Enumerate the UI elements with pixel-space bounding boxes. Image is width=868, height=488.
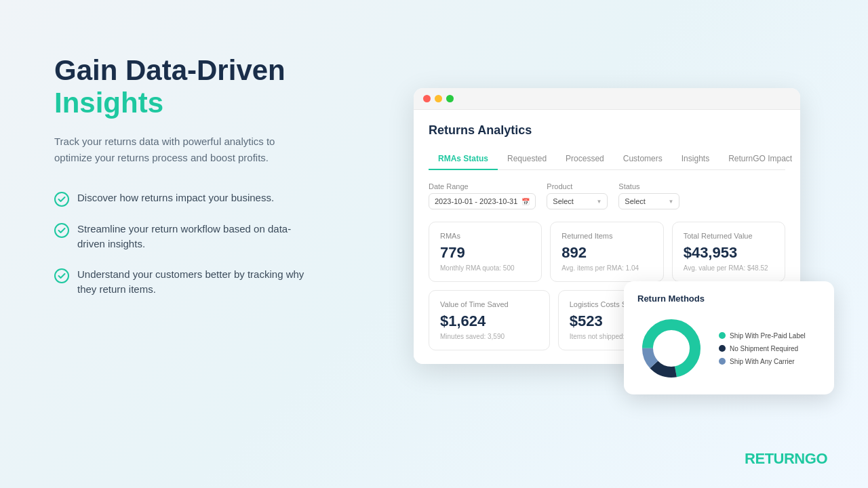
date-range-value: 2023-10-01 - 2023-10-31 (435, 197, 517, 205)
check-icon-3 (54, 268, 69, 283)
donut-legend: Ship With Pre-Paid Label No Shipment Req… (719, 332, 806, 365)
feature-list: Discover how returns impact your busines… (54, 190, 380, 298)
legend-item-no-shipment: No Shipment Required (719, 345, 806, 352)
main-headline: Gain Data-Driven Insights (54, 54, 380, 120)
status-label: Status (618, 182, 679, 190)
metric-rmas-sub: Monthly RMA quota: 500 (440, 264, 530, 272)
metric-rmas-value: 779 (440, 244, 530, 262)
legend-label-any-carrier: Ship With Any Carrier (730, 358, 795, 365)
metric-total-value-num: $43,953 (684, 244, 774, 262)
legend-item-prepaid: Ship With Pre-Paid Label (719, 332, 806, 340)
status-group: Status Select ▼ (618, 182, 679, 209)
calendar-icon: 📅 (521, 198, 530, 205)
filters-row: Date Range 2023-10-01 - 2023-10-31 📅 Pro… (429, 182, 785, 209)
product-label: Product (547, 182, 608, 190)
feature-text-1: Discover how returns impact your busines… (77, 190, 274, 206)
metric-total-sub: Avg. value per RMA: $48.52 (684, 264, 774, 272)
metric-time-saved: Value of Time Saved $1,624 Minutes saved… (429, 290, 550, 350)
tabs-bar: RMAs Status Requested Processed Customer… (429, 148, 785, 170)
legend-dot-any-carrier (719, 358, 726, 365)
tab-requested[interactable]: Requested (498, 148, 556, 170)
metric-rmas-label: RMAs (440, 232, 530, 240)
tab-customers[interactable]: Customers (614, 148, 672, 170)
svg-point-1 (55, 224, 68, 237)
svg-point-7 (655, 332, 688, 365)
svg-point-0 (55, 192, 68, 206)
product-select[interactable]: Select ▼ (547, 193, 608, 209)
browser-titlebar (414, 88, 800, 110)
metric-time-label: Value of Time Saved (440, 300, 538, 308)
metrics-row-1: RMAs 779 Monthly RMA quota: 500 Returned… (429, 222, 785, 282)
feature-item-3: Understand your customers better by trac… (54, 267, 380, 298)
metric-rmas: RMAs 779 Monthly RMA quota: 500 (429, 222, 542, 282)
feature-item-2: Streamline your return workflow based on… (54, 222, 380, 252)
legend-item-any-carrier: Ship With Any Carrier (719, 358, 806, 365)
metric-total-value: Total Returned Value $43,953 Avg. value … (672, 222, 785, 282)
analytics-title: Returns Analytics (429, 123, 785, 138)
logo-text-accent: GO (805, 450, 827, 467)
date-range-group: Date Range 2023-10-01 - 2023-10-31 📅 (429, 182, 536, 209)
date-range-input[interactable]: 2023-10-01 - 2023-10-31 📅 (429, 193, 536, 209)
return-methods-title: Return Methods (637, 293, 821, 304)
check-icon-1 (54, 192, 69, 207)
feature-item-1: Discover how returns impact your busines… (54, 190, 380, 207)
return-methods-card: Return Methods Ship With Pre-Paid Label (624, 281, 834, 394)
headline-line2: Insights (54, 87, 163, 119)
metric-time-value: $1,624 (440, 312, 538, 330)
headline-line1: Gain Data-Driven (54, 54, 285, 86)
feature-text-3: Understand your customers better by trac… (77, 267, 308, 298)
tab-rmas-status[interactable]: RMAs Status (429, 148, 498, 170)
legend-dot-no-shipment (719, 345, 726, 352)
metric-returned-sub: Avg. items per RMA: 1.04 (561, 264, 652, 272)
status-placeholder: Select (625, 197, 646, 205)
tab-insights[interactable]: Insights (672, 148, 719, 170)
product-chevron-icon: ▼ (596, 199, 601, 205)
donut-chart (637, 314, 705, 382)
left-panel: Gain Data-Driven Insights Track your ret… (54, 54, 380, 298)
check-icon-2 (54, 223, 69, 238)
tab-returngo-impact[interactable]: ReturnGO Impact (719, 148, 800, 170)
svg-point-2 (55, 269, 68, 283)
metric-total-label: Total Returned Value (684, 232, 774, 240)
metric-time-sub: Minutes saved: 3,590 (440, 333, 538, 340)
logo-text-dark: RETURN (745, 450, 805, 467)
donut-legend-row: Ship With Pre-Paid Label No Shipment Req… (637, 314, 821, 382)
feature-text-2: Streamline your return workflow based on… (77, 222, 308, 252)
legend-label-no-shipment: No Shipment Required (730, 345, 798, 352)
product-placeholder: Select (553, 197, 574, 205)
metric-returned-items: Returned Items 892 Avg. items per RMA: 1… (550, 222, 663, 282)
dot-red (423, 95, 431, 102)
status-chevron-icon: ▼ (668, 199, 673, 205)
status-select[interactable]: Select ▼ (618, 193, 679, 209)
dot-green (446, 95, 454, 102)
legend-label-prepaid: Ship With Pre-Paid Label (730, 332, 806, 340)
date-range-label: Date Range (429, 182, 536, 190)
returngo-logo: RETURNGO (745, 450, 827, 468)
metric-returned-label: Returned Items (561, 232, 652, 240)
subtitle: Track your returns data with powerful an… (54, 134, 312, 166)
product-group: Product Select ▼ (547, 182, 608, 209)
tab-processed[interactable]: Processed (556, 148, 614, 170)
metric-returned-value: 892 (561, 244, 652, 262)
legend-dot-prepaid (719, 332, 726, 339)
dot-yellow (435, 95, 442, 102)
